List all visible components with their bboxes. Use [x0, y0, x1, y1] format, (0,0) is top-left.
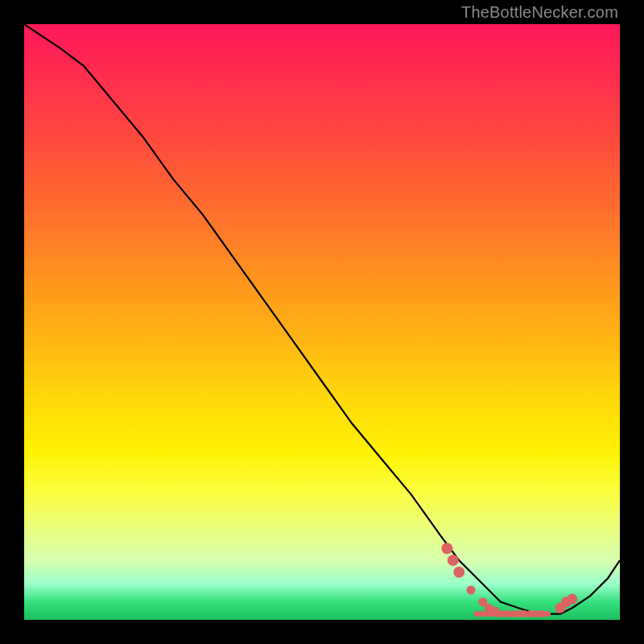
marker-point	[467, 586, 476, 595]
marker-point	[453, 567, 464, 578]
marker-point	[567, 594, 577, 605]
marker-band-dot	[545, 611, 551, 617]
watermark-text: TheBottleNecker.com	[461, 3, 618, 22]
curve-line	[24, 24, 620, 614]
markers-group	[441, 543, 577, 617]
marker-point	[448, 555, 459, 566]
plot-area	[24, 24, 620, 620]
chart-svg	[24, 24, 620, 620]
chart-frame: TheBottleNecker.com	[0, 0, 644, 644]
marker-point	[441, 543, 452, 554]
